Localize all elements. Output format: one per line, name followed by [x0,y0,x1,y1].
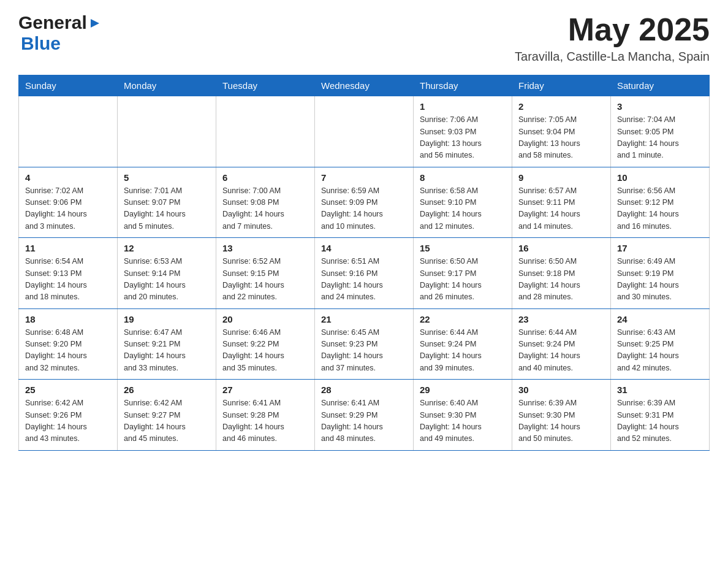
day-number: 24 [617,314,703,324]
weekday-header-tuesday: Tuesday [216,75,315,96]
day-number: 9 [518,172,604,183]
logo: General Blue [18,12,102,54]
day-info: Sunrise: 6:39 AM Sunset: 9:30 PM Dayligh… [518,397,604,445]
day-number: 4 [25,172,111,183]
calendar-cell: 16Sunrise: 6:50 AM Sunset: 9:18 PM Dayli… [512,238,611,309]
weekday-header-saturday: Saturday [611,75,710,96]
calendar-cell: 3Sunrise: 7:04 AM Sunset: 9:05 PM Daylig… [611,96,710,167]
calendar-week-row: 4Sunrise: 7:02 AM Sunset: 9:06 PM Daylig… [19,167,710,238]
calendar-cell: 28Sunrise: 6:41 AM Sunset: 9:29 PM Dayli… [315,380,414,451]
calendar-cell: 18Sunrise: 6:48 AM Sunset: 9:20 PM Dayli… [19,308,118,380]
calendar-cell: 13Sunrise: 6:52 AM Sunset: 9:15 PM Dayli… [216,238,315,309]
calendar-cell: 2Sunrise: 7:05 AM Sunset: 9:04 PM Daylig… [512,96,611,167]
day-info: Sunrise: 7:06 AM Sunset: 9:03 PM Dayligh… [420,114,506,162]
svg-marker-0 [91,19,99,28]
calendar-cell: 27Sunrise: 6:41 AM Sunset: 9:28 PM Dayli… [216,380,315,451]
day-number: 3 [617,101,703,112]
calendar-cell: 25Sunrise: 6:42 AM Sunset: 9:26 PM Dayli… [19,380,118,451]
calendar-cell [19,96,118,167]
day-info: Sunrise: 6:49 AM Sunset: 9:19 PM Dayligh… [617,256,703,304]
location-text: Taravilla, Castille-La Mancha, Spain [515,50,710,64]
calendar-cell: 29Sunrise: 6:40 AM Sunset: 9:30 PM Dayli… [414,380,512,451]
day-number: 10 [617,172,703,183]
logo-arrow-icon [88,17,102,30]
calendar-cell: 22Sunrise: 6:44 AM Sunset: 9:24 PM Dayli… [414,308,512,380]
calendar-cell: 7Sunrise: 6:59 AM Sunset: 9:09 PM Daylig… [315,167,414,238]
month-title: May 2025 [515,12,710,47]
day-number: 26 [124,385,210,395]
day-info: Sunrise: 6:50 AM Sunset: 9:17 PM Dayligh… [420,256,506,304]
calendar-week-row: 25Sunrise: 6:42 AM Sunset: 9:26 PM Dayli… [19,380,710,451]
calendar-week-row: 11Sunrise: 6:54 AM Sunset: 9:13 PM Dayli… [19,238,710,309]
calendar-cell: 20Sunrise: 6:46 AM Sunset: 9:22 PM Dayli… [216,308,315,380]
day-info: Sunrise: 6:52 AM Sunset: 9:15 PM Dayligh… [222,256,308,304]
day-info: Sunrise: 6:39 AM Sunset: 9:31 PM Dayligh… [617,397,703,445]
day-number: 25 [25,385,111,395]
calendar-cell: 24Sunrise: 6:43 AM Sunset: 9:25 PM Dayli… [611,308,710,380]
calendar-cell [315,96,414,167]
day-number: 5 [124,172,210,183]
calendar-cell: 14Sunrise: 6:51 AM Sunset: 9:16 PM Dayli… [315,238,414,309]
day-info: Sunrise: 6:46 AM Sunset: 9:22 PM Dayligh… [222,327,308,375]
day-info: Sunrise: 6:44 AM Sunset: 9:24 PM Dayligh… [518,327,604,375]
day-info: Sunrise: 6:51 AM Sunset: 9:16 PM Dayligh… [321,256,407,304]
calendar-cell [216,96,315,167]
calendar-week-row: 18Sunrise: 6:48 AM Sunset: 9:20 PM Dayli… [19,308,710,380]
calendar-cell: 17Sunrise: 6:49 AM Sunset: 9:19 PM Dayli… [611,238,710,309]
day-number: 8 [420,172,506,183]
calendar-cell: 6Sunrise: 7:00 AM Sunset: 9:08 PM Daylig… [216,167,315,238]
day-number: 29 [420,385,506,395]
day-number: 1 [420,101,506,112]
title-block: May 2025 Taravilla, Castille-La Mancha, … [515,12,710,64]
calendar-cell: 31Sunrise: 6:39 AM Sunset: 9:31 PM Dayli… [611,380,710,451]
day-number: 19 [124,314,210,324]
day-info: Sunrise: 6:41 AM Sunset: 9:28 PM Dayligh… [222,397,308,445]
day-info: Sunrise: 6:42 AM Sunset: 9:27 PM Dayligh… [124,397,210,445]
day-number: 13 [222,243,308,253]
day-info: Sunrise: 6:42 AM Sunset: 9:26 PM Dayligh… [25,397,111,445]
day-number: 23 [518,314,604,324]
day-info: Sunrise: 6:44 AM Sunset: 9:24 PM Dayligh… [420,327,506,375]
day-number: 14 [321,243,407,253]
day-info: Sunrise: 6:53 AM Sunset: 9:14 PM Dayligh… [124,256,210,304]
calendar-cell: 21Sunrise: 6:45 AM Sunset: 9:23 PM Dayli… [315,308,414,380]
calendar-cell: 10Sunrise: 6:56 AM Sunset: 9:12 PM Dayli… [611,167,710,238]
day-info: Sunrise: 6:47 AM Sunset: 9:21 PM Dayligh… [124,327,210,375]
weekday-header-friday: Friday [512,75,611,96]
day-info: Sunrise: 6:57 AM Sunset: 9:11 PM Dayligh… [518,185,604,233]
calendar-week-row: 1Sunrise: 7:06 AM Sunset: 9:03 PM Daylig… [19,96,710,167]
calendar-table: SundayMondayTuesdayWednesdayThursdayFrid… [18,75,710,451]
day-number: 27 [222,385,308,395]
day-info: Sunrise: 6:59 AM Sunset: 9:09 PM Dayligh… [321,185,407,233]
calendar-cell: 26Sunrise: 6:42 AM Sunset: 9:27 PM Dayli… [118,380,216,451]
calendar-cell: 5Sunrise: 7:01 AM Sunset: 9:07 PM Daylig… [118,167,216,238]
weekday-header-sunday: Sunday [19,75,118,96]
weekday-header-wednesday: Wednesday [315,75,414,96]
logo-general-text: General [18,12,87,33]
calendar-header-row: SundayMondayTuesdayWednesdayThursdayFrid… [19,75,710,96]
day-info: Sunrise: 6:56 AM Sunset: 9:12 PM Dayligh… [617,185,703,233]
day-number: 30 [518,385,604,395]
calendar-cell: 19Sunrise: 6:47 AM Sunset: 9:21 PM Dayli… [118,308,216,380]
day-info: Sunrise: 7:00 AM Sunset: 9:08 PM Dayligh… [222,185,308,233]
day-number: 22 [420,314,506,324]
day-info: Sunrise: 6:50 AM Sunset: 9:18 PM Dayligh… [518,256,604,304]
day-number: 12 [124,243,210,253]
calendar-cell: 11Sunrise: 6:54 AM Sunset: 9:13 PM Dayli… [19,238,118,309]
day-info: Sunrise: 6:40 AM Sunset: 9:30 PM Dayligh… [420,397,506,445]
day-number: 21 [321,314,407,324]
day-number: 20 [222,314,308,324]
day-info: Sunrise: 6:58 AM Sunset: 9:10 PM Dayligh… [420,185,506,233]
day-number: 15 [420,243,506,253]
day-number: 18 [25,314,111,324]
day-number: 16 [518,243,604,253]
day-number: 17 [617,243,703,253]
day-number: 28 [321,385,407,395]
day-info: Sunrise: 6:45 AM Sunset: 9:23 PM Dayligh… [321,327,407,375]
calendar-cell [118,96,216,167]
calendar-cell: 15Sunrise: 6:50 AM Sunset: 9:17 PM Dayli… [414,238,512,309]
calendar-cell: 12Sunrise: 6:53 AM Sunset: 9:14 PM Dayli… [118,238,216,309]
day-info: Sunrise: 7:01 AM Sunset: 9:07 PM Dayligh… [124,185,210,233]
day-info: Sunrise: 7:05 AM Sunset: 9:04 PM Dayligh… [518,114,604,162]
weekday-header-monday: Monday [118,75,216,96]
